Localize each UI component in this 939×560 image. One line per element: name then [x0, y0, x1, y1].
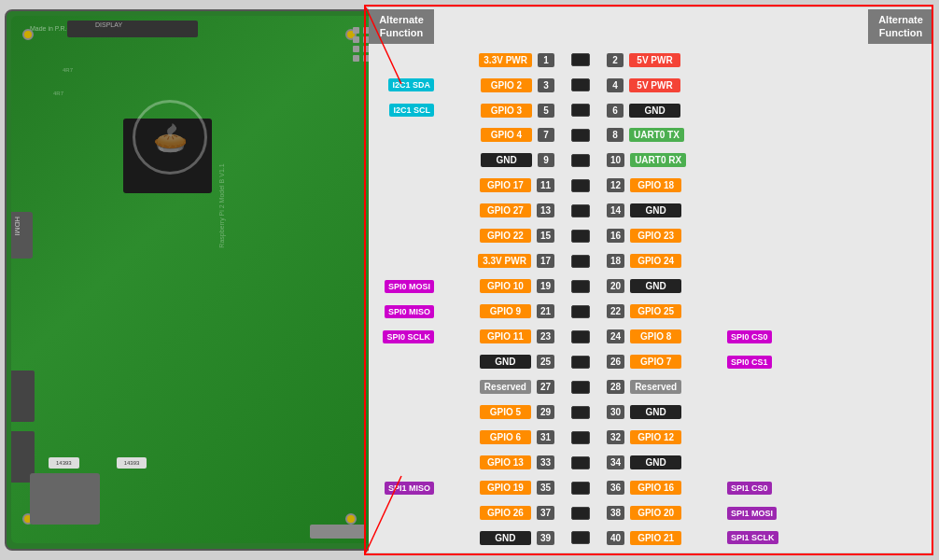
left-pin-label-0: 3.3V PWR	[479, 53, 532, 67]
right-pin-label-7: GPIO 23	[630, 229, 681, 243]
center-connector-1	[571, 73, 590, 97]
connector-dot-19	[571, 531, 590, 544]
right-pin-number-14: 30	[607, 405, 624, 419]
right-pin-label-2: GND	[629, 104, 680, 118]
left-pin-number-4: 9	[538, 153, 554, 167]
right-pin-row-12: 26GPIO 7	[604, 350, 681, 374]
left-pin-row-10: GPIO 921	[480, 300, 557, 324]
left-pin-label-12: GND	[480, 355, 531, 369]
left-pin-label-8: 3.3V PWR	[478, 254, 531, 268]
center-connector-17	[571, 476, 590, 500]
right-alt-row-11: SPI0 CS0	[727, 325, 772, 349]
left-pin-label-9: GPIO 10	[480, 279, 531, 293]
right-alt-label-19: SPI1 SCLK	[727, 531, 778, 544]
center-connector-12	[571, 350, 590, 374]
center-connector-15	[571, 426, 590, 450]
left-pin-row-7: GPIO 2215	[480, 224, 557, 248]
left-pin-number-8: 17	[537, 254, 554, 268]
pin-diagram: Alternate Function Alternate Function I2…	[369, 7, 933, 553]
left-alt-label-2: I2C1 SCL	[389, 104, 434, 117]
left-pin-number-15: 31	[537, 430, 554, 444]
right-pin-label-6: GND	[630, 203, 681, 217]
left-pin-label-11: GPIO 11	[480, 329, 531, 343]
right-pin-row-4: 10UART0 RX	[604, 148, 686, 173]
header-right: Alternate Function	[868, 9, 933, 44]
center-connector-2	[571, 98, 590, 122]
connector-dot-11	[571, 330, 590, 343]
right-pin-label-12: GPIO 7	[630, 355, 681, 369]
right-pin-row-10: 22GPIO 25	[604, 300, 681, 324]
left-pin-label-3: GPIO 4	[481, 128, 532, 142]
left-alt-label-1: I2C1 SDA	[388, 78, 434, 91]
left-pins-column: 3.3V PWR1GPIO 23GPIO 35GPIO 47GND9GPIO 1…	[436, 48, 557, 551]
left-pin-label-6: GPIO 27	[480, 203, 531, 217]
left-pin-label-14: GPIO 5	[480, 405, 531, 419]
left-pin-number-11: 23	[537, 329, 554, 343]
right-pin-label-16: GND	[630, 455, 681, 469]
left-pin-row-15: GPIO 631	[480, 426, 557, 450]
left-pin-row-9: GPIO 1019	[480, 274, 557, 299]
center-connector-18	[571, 501, 590, 525]
right-alt-label-18: SPI1 MOSI	[727, 507, 777, 520]
right-pin-row-7: 16GPIO 23	[604, 224, 681, 248]
center-connector-14	[571, 400, 590, 425]
right-pin-label-8: GPIO 24	[630, 254, 681, 268]
right-pin-label-3: UART0 TX	[629, 128, 684, 142]
right-pin-number-8: 18	[607, 254, 624, 268]
left-pin-label-18: GPIO 26	[480, 506, 531, 520]
right-pin-row-1: 45V PWR	[604, 73, 680, 97]
right-pin-label-17: GPIO 16	[630, 481, 681, 495]
left-alt-row-10: SPI0 MISO	[385, 300, 434, 324]
left-pin-row-12: GND25	[480, 350, 557, 374]
left-pin-number-12: 25	[537, 355, 554, 369]
right-pin-row-17: 36GPIO 16	[604, 476, 681, 500]
right-alt-label-11: SPI0 CS0	[727, 330, 772, 343]
right-pin-number-9: 20	[607, 279, 624, 293]
left-alt-label-11: SPI0 SCLK	[383, 330, 434, 343]
connector-dot-4	[571, 154, 590, 167]
right-pins-column: 25V PWR45V PWR6GND8UART0 TX10UART0 RX12G…	[604, 48, 725, 551]
left-pin-row-0: 3.3V PWR1	[479, 48, 557, 72]
left-pin-row-13: Reserved27	[480, 375, 557, 399]
right-pin-row-9: 20GND	[604, 274, 681, 299]
left-pin-row-8: 3.3V PWR17	[478, 249, 557, 273]
right-pin-row-15: 32GPIO 12	[604, 426, 681, 450]
left-alt-row-11: SPI0 SCLK	[383, 325, 434, 349]
left-pin-label-5: GPIO 17	[480, 178, 531, 192]
right-alt-label-17: SPI1 CS0	[727, 482, 772, 495]
connector-dot-5	[571, 179, 590, 192]
right-pin-row-2: 6GND	[604, 98, 680, 122]
left-pin-row-2: GPIO 35	[481, 98, 557, 122]
left-pin-number-5: 11	[537, 178, 554, 192]
right-pin-number-6: 14	[607, 203, 624, 217]
center-connector-13	[571, 375, 590, 399]
left-pin-row-11: GPIO 1123	[480, 325, 557, 349]
right-pin-number-11: 24	[607, 329, 624, 343]
right-pin-number-12: 26	[607, 355, 624, 369]
left-pin-row-1: GPIO 23	[481, 73, 557, 97]
connector-dot-9	[571, 280, 590, 293]
left-pin-row-5: GPIO 1711	[480, 174, 557, 198]
center-connector-0	[571, 48, 590, 72]
right-pin-number-15: 32	[607, 430, 624, 444]
connector-dot-8	[571, 255, 590, 268]
right-pin-label-13: Reserved	[630, 380, 681, 394]
left-alt-label-9: SPI0 MOSI	[385, 280, 434, 293]
center-connector-8	[571, 249, 590, 273]
left-pin-row-17: GPIO 1935	[480, 476, 557, 500]
connector-dot-10	[571, 305, 590, 318]
left-pin-number-19: 39	[537, 531, 554, 545]
left-pin-number-0: 1	[538, 53, 554, 67]
center-connector-6	[571, 199, 590, 223]
left-pin-label-2: GPIO 3	[481, 104, 532, 118]
left-pin-number-2: 5	[538, 104, 554, 118]
center-connector-9	[571, 274, 590, 299]
right-pin-number-10: 22	[607, 304, 624, 318]
center-connector-3	[571, 123, 590, 147]
diagram-header: Alternate Function Alternate Function	[369, 7, 933, 46]
left-pin-row-14: GPIO 529	[480, 400, 557, 425]
left-pin-number-16: 33	[537, 455, 554, 469]
center-connector-16	[571, 451, 590, 475]
left-pin-number-10: 21	[537, 304, 554, 318]
connector-dot-13	[571, 381, 590, 394]
